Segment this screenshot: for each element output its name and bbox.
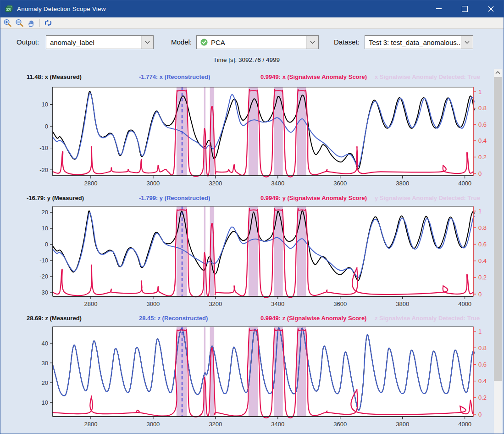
axis-tick-label: 0.2 <box>478 154 487 161</box>
axis-tick-label: -10 <box>39 257 48 264</box>
axis-tick-label: 10 <box>42 101 48 108</box>
axis-tick-label: 40 <box>42 340 48 347</box>
window-controls <box>426 0 504 17</box>
chart-z-score-label: 0.9949: z (Signalwise Anomaly Score) <box>260 315 366 322</box>
axis-tick-label: 1 <box>478 208 482 215</box>
axis-tick-label: 4000 <box>458 421 471 428</box>
axis-tick-label: 20 <box>42 379 48 386</box>
model-dropdown[interactable]: PCA <box>196 35 319 49</box>
zoom-out-button[interactable] <box>13 18 25 28</box>
chart-x-measured-label: 11.48: x (Measured) <box>27 73 82 80</box>
axis-tick-label: 0 <box>45 241 48 248</box>
axis-tick-label: 3400 <box>271 180 284 187</box>
axis-tick-label: 10 <box>42 399 48 406</box>
axis-tick-label: 1 <box>478 89 482 95</box>
axis-tick-label: 2800 <box>84 421 97 428</box>
axis-tick-label: 3600 <box>333 300 347 307</box>
scrollbar-thumb[interactable] <box>494 77 502 381</box>
axis-tick-label: 0.2 <box>478 394 487 401</box>
maximize-button[interactable] <box>452 0 478 17</box>
chevron-up-icon <box>495 71 500 74</box>
chart-y-score-label: 0.9949: y (Signalwise Anomaly Score) <box>260 195 367 201</box>
axis-tick-label: 3200 <box>209 300 222 307</box>
vertical-scrollbar[interactable] <box>494 69 502 434</box>
anomaly-band <box>274 87 283 176</box>
axis-tick-label: 3000 <box>146 300 160 307</box>
window-title: Anomaly Detection Scope View <box>17 6 106 12</box>
refresh-button[interactable] <box>42 18 54 28</box>
model-status-check-icon <box>200 39 208 46</box>
axis-tick-label: 4000 <box>458 180 471 187</box>
minimize-icon <box>436 8 442 9</box>
axis-tick-label: 3200 <box>209 180 222 187</box>
chevron-down-icon <box>306 36 318 49</box>
axis-tick-label: 0.4 <box>478 137 487 144</box>
axis-tick-label: -30 <box>39 289 48 296</box>
output-dropdown[interactable]: anomaly_label <box>46 35 154 49</box>
axis-tick-label: 3400 <box>271 300 284 307</box>
axis-tick-label: 2800 <box>84 300 97 307</box>
scrollbar-up-button[interactable] <box>494 69 502 77</box>
axis-tick-label: 3800 <box>396 421 409 428</box>
close-button[interactable] <box>478 0 504 17</box>
toolbar <box>0 17 504 29</box>
axis-tick-label: 3000 <box>146 180 160 187</box>
axis-tick-label: 3200 <box>209 421 222 428</box>
axis-tick-label: 30 <box>42 360 48 367</box>
plot-background <box>53 327 473 417</box>
output-label: Output: <box>17 35 39 49</box>
chevron-down-icon <box>141 36 153 49</box>
axis-tick-label: 3800 <box>396 300 409 307</box>
axis-tick-label: 0 <box>478 411 482 418</box>
maximize-icon <box>462 6 468 12</box>
axis-tick-label: 0 <box>478 291 482 298</box>
axis-tick-label: 0.8 <box>478 345 487 351</box>
axis-tick-label: 3000 <box>146 421 160 428</box>
chart-y-detected-label: y Signalwise Anomaly Detected: True <box>375 195 480 201</box>
close-icon <box>488 6 494 12</box>
axis-tick-label: 3600 <box>333 421 347 428</box>
axis-tick-label: 2800 <box>84 180 97 187</box>
axis-tick-label: 0.2 <box>478 274 487 281</box>
anomaly-band <box>274 206 283 296</box>
pan-hand-icon <box>27 19 35 27</box>
axis-tick-label: -10 <box>39 145 48 151</box>
pan-button[interactable] <box>25 18 37 28</box>
dataset-value: Test 3: test_data_anomalous... <box>369 39 461 46</box>
axis-tick-label: 0.8 <box>478 224 487 231</box>
chart-z-detected-label: z Signalwise Anomaly Detected: True <box>375 315 480 322</box>
refresh-icon <box>44 19 52 27</box>
zoom-in-button[interactable] <box>1 18 13 28</box>
axis-tick-label: 4000 <box>458 300 471 307</box>
dataset-dropdown[interactable]: Test 3: test_data_anomalous... <box>365 35 473 49</box>
app-icon <box>5 5 13 13</box>
zoom-in-icon <box>3 19 12 28</box>
model-label: Model: <box>171 35 192 49</box>
chart-x-detected-label: x Signalwise Anomaly Detected: True <box>375 73 480 80</box>
plot-background <box>53 87 473 176</box>
axis-tick-label: 0 <box>45 123 48 130</box>
chart-x-reconstructed-label: -1.774: x (Reconstructed) <box>139 73 210 80</box>
chart-x-score-label: 0.9949: x (Signalwise Anomaly Score) <box>260 73 367 80</box>
chart-z-measured-label: 28.69: z (Measured) <box>27 315 82 322</box>
axis-tick-label: -20 <box>39 273 48 280</box>
axis-tick-label: 3400 <box>271 421 284 428</box>
chart-y-measured-label: -16.79: y (Measured) <box>27 195 84 201</box>
axis-tick-label: 0.6 <box>478 361 487 368</box>
axis-tick-label: 0.4 <box>478 378 487 384</box>
titlebar: Anomaly Detection Scope View <box>0 0 504 17</box>
axis-tick-label: 10 <box>42 225 48 232</box>
chart-z-reconstructed-label: 28.45: z (Reconstructed) <box>139 315 208 322</box>
chart-y-reconstructed-label: -1.799: y (Reconstructed) <box>139 195 210 201</box>
axis-tick-label: 20 <box>42 209 48 216</box>
chevron-down-icon <box>461 36 473 49</box>
axis-tick-label: 1 <box>478 328 482 335</box>
charts-canvas[interactable]: 100-10-2010.80.60.40.2028003000320034003… <box>0 0 493 434</box>
output-value: anomaly_label <box>50 39 94 46</box>
axis-tick-label: 3600 <box>333 180 347 187</box>
toolbar-separator <box>39 19 40 27</box>
anomaly-band <box>249 206 258 296</box>
model-value: PCA <box>211 39 225 46</box>
axis-tick-label: 0.6 <box>478 241 487 248</box>
minimize-button[interactable] <box>426 0 452 17</box>
